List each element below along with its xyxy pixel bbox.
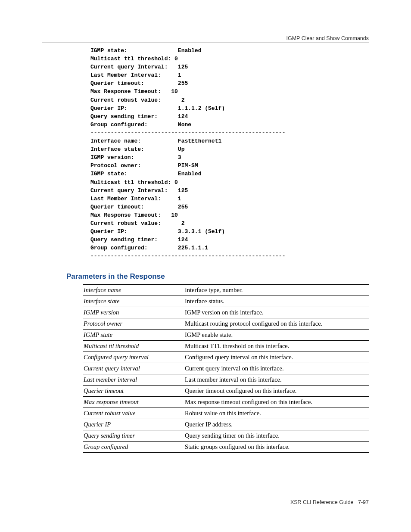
param-description: Max response timeout configured on this … <box>184 397 369 408</box>
table-row: Protocol ownerMulticast routing protocol… <box>83 318 369 330</box>
param-name: Group configured <box>83 442 184 453</box>
param-name: Querier IP <box>83 419 184 430</box>
parameters-table: Interface nameInterface type, number.Int… <box>83 284 369 453</box>
table-row: Querier timeoutQuerier timeout configure… <box>83 386 369 397</box>
param-description: Last member interval on this interface. <box>184 374 369 386</box>
header-section-text: IGMP Clear and Show Commands <box>286 35 369 41</box>
table-row: Max response timeoutMax response timeout… <box>83 397 369 408</box>
param-name: Max response timeout <box>83 397 184 408</box>
param-description: Querier timeout configured on this inter… <box>184 386 369 397</box>
table-row: Current robust valueRobust value on this… <box>83 408 369 419</box>
param-description: Querier IP address. <box>184 419 369 430</box>
table-row: Querier IPQuerier IP address. <box>83 419 369 430</box>
table-row: IGMP stateIGMP enable state. <box>83 330 369 341</box>
param-name: Configured query interval <box>83 352 184 363</box>
cli-output: IGMP state: Enabled Multicast ttl thresh… <box>42 47 369 260</box>
section-heading: Parameters in the Response <box>42 272 369 281</box>
param-description: Interface status. <box>184 296 369 307</box>
param-description: Interface type, number. <box>184 285 369 296</box>
table-row: Multicast ttl thresholdMulticast TTL thr… <box>83 341 369 352</box>
table-row: Last member intervalLast member interval… <box>83 374 369 386</box>
param-description: Configured query interval on this interf… <box>184 352 369 363</box>
param-description: IGMP version on this interface. <box>184 307 369 318</box>
footer-guide: XSR CLI Reference Guide <box>290 499 354 505</box>
running-header: IGMP Clear and Show Commands <box>42 35 369 41</box>
table-row: Query sending timerQuery sending timer o… <box>83 430 369 442</box>
param-name: Querier timeout <box>83 386 184 397</box>
param-description: Multicast routing protocol configured on… <box>184 318 369 330</box>
param-name: Interface name <box>83 285 184 296</box>
param-name: Multicast ttl threshold <box>83 341 184 352</box>
table-row: IGMP versionIGMP version on this interfa… <box>83 307 369 318</box>
param-description: IGMP enable state. <box>184 330 369 341</box>
content-area: IGMP state: Enabled Multicast ttl thresh… <box>42 34 369 453</box>
table-row: Configured query intervalConfigured quer… <box>83 352 369 363</box>
param-name: Current robust value <box>83 408 184 419</box>
param-description: Query sending timer on this interface. <box>184 430 369 442</box>
footer-page: 7-97 <box>358 499 369 505</box>
param-name: Interface state <box>83 296 184 307</box>
param-name: Query sending timer <box>83 430 184 442</box>
param-name: Protocol owner <box>83 318 184 330</box>
param-name: IGMP version <box>83 307 184 318</box>
table-row: Interface stateInterface status. <box>83 296 369 307</box>
page: IGMP Clear and Show Commands IGMP state:… <box>0 0 411 532</box>
param-description: Multicast TTL threshold on this interfac… <box>184 341 369 352</box>
param-name: Last member interval <box>83 374 184 386</box>
param-name: IGMP state <box>83 330 184 341</box>
header-rule <box>42 43 369 43</box>
param-description: Robust value on this interface. <box>184 408 369 419</box>
table-row: Interface nameInterface type, number. <box>83 285 369 296</box>
param-name: Current query interval <box>83 363 184 374</box>
page-footer: XSR CLI Reference Guide 7-97 <box>42 499 369 505</box>
param-description: Static groups configured on this interfa… <box>184 442 369 453</box>
table-row: Current query intervalCurrent query inte… <box>83 363 369 374</box>
table-row: Group configuredStatic groups configured… <box>83 442 369 453</box>
param-description: Current query interval on this interface… <box>184 363 369 374</box>
